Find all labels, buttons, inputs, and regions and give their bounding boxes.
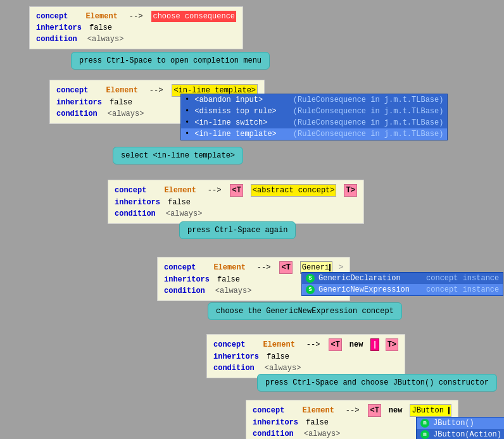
inheritors-value-4: false [217, 274, 240, 285]
item-abandon-type: (RuleConsequence in j.m.t.TLBase) [280, 96, 444, 104]
step6-line1: concept Element --> <T new JButton [253, 404, 451, 417]
genericdecl-type: concept instance [413, 274, 499, 283]
step1-instruction: press Ctrl-Space to open completion menu [71, 52, 270, 70]
dropdown-item-switch[interactable]: • <in-line switch> (RuleConsequence in j… [181, 117, 447, 128]
dropdown-item-genericnew[interactable]: S GenericNewExpression concept instance [302, 284, 503, 295]
condition-value-1: <always> [87, 34, 124, 45]
inheritors-value-2: false [110, 97, 132, 108]
genericdecl-label: GenericDeclaration [318, 274, 401, 283]
step5-code-box: concept Element --> <T new | T> inherito… [206, 334, 405, 378]
t-tag-3: <T [279, 261, 292, 274]
completion-item-jbutton-empty[interactable]: m JButton() [417, 417, 504, 429]
step3-line3: condition <always> [115, 208, 357, 220]
element-keyword-4: Element [213, 262, 245, 273]
t-tag-6: T> [386, 338, 398, 351]
condition-value-5: <always> [265, 362, 301, 374]
t-tag-7: <T [368, 404, 381, 417]
step2-instruction-text: select <in-line template> [121, 151, 235, 160]
genericnew-label: GenericNewExpression [318, 285, 410, 294]
t-tag-5: <T [329, 338, 341, 351]
step5-instruction: press Ctrl-Space and choose JButton() co… [257, 374, 497, 392]
step1-code-box: concept Element --> choose consequence i… [29, 6, 243, 49]
bullet-3: • [185, 118, 189, 127]
inheritors-label-3: inheritors [115, 197, 160, 208]
condition-value-3: <always> [166, 208, 203, 220]
concept-keyword-6: concept [253, 405, 284, 416]
condition-value-6: <always> [304, 428, 341, 439]
arrow-4: --> [257, 262, 271, 273]
step2-dropdown[interactable]: • <abandon input> (RuleConsequence in j.… [180, 94, 448, 140]
page: concept Element --> choose consequence i… [0, 0, 504, 439]
condition-label-3: condition [115, 208, 156, 220]
jbutton-empty-label: JButton() [433, 419, 474, 428]
step3-instruction: press Ctrl-Space again [179, 221, 296, 239]
inheritors-label-5: inheritors [213, 351, 259, 362]
icon-jbutton-empty: m [420, 419, 429, 428]
step5-line2: inheritors false [213, 351, 398, 362]
new-keyword-6: new [389, 405, 403, 416]
icon-genericnew: S [306, 285, 315, 294]
step4-dropdown[interactable]: S GenericDeclaration concept instance S … [301, 272, 503, 296]
step3-line2: inheritors false [115, 197, 357, 208]
jbutton-action-label: JButton(Action) [433, 430, 501, 439]
step1-line3: condition <always> [36, 34, 236, 45]
inheritors-value-1: false [89, 22, 112, 34]
inheritors-label-1: inheritors [36, 22, 82, 34]
element-keyword-6: Element [302, 405, 334, 416]
abstract-concept-tag: <abstract concept> [251, 184, 337, 197]
pipe-cursor: | [370, 338, 379, 351]
condition-label-6: condition [253, 428, 294, 439]
dropdown-item-genericdecl[interactable]: S GenericDeclaration concept instance [302, 273, 503, 284]
completion-item-jbutton-action[interactable]: m JButton(Action) [417, 429, 504, 439]
new-keyword: new [350, 339, 363, 350]
arrow-1: --> [129, 11, 143, 22]
arrow-5: --> [306, 339, 320, 350]
element-keyword-1: Element [85, 11, 117, 22]
t-tag-1: <T [230, 184, 243, 197]
step3-instruction-text: press Ctrl-Space again [187, 226, 287, 235]
step4-instruction: choose the GenericNewExpression concept [208, 302, 402, 320]
arrow-3: --> [208, 185, 222, 196]
condition-value-2: <always> [108, 108, 144, 120]
arrow-6: --> [346, 405, 360, 416]
item-template-type: (RuleConsequence in j.m.t.TLBase) [280, 130, 444, 139]
jbutton-input-field[interactable]: JButton [410, 404, 451, 417]
concept-keyword-5: concept [213, 339, 245, 350]
t-tag-2: T> [344, 184, 356, 197]
consequence-highlight: choose consequence [151, 11, 236, 22]
dropdown-item-template[interactable]: • <in-line template> (RuleConsequence in… [181, 128, 447, 140]
item-switch-label: <in-line switch> [194, 118, 267, 127]
inheritors-label-2: inheritors [56, 97, 102, 108]
input-cursor-4 [329, 264, 331, 271]
step5-line3: condition <always> [213, 362, 398, 374]
inheritors-value-5: false [267, 351, 289, 362]
condition-label-5: condition [213, 362, 255, 374]
step6-completion[interactable]: m JButton() m JButton(Action) [416, 417, 504, 439]
step1-instruction-text: press Ctrl-Space to open completion menu [79, 56, 261, 65]
step3-code-box: concept Element --> <T <abstract concept… [108, 180, 364, 224]
step1-line2: inheritors false [36, 22, 236, 34]
item-dismiss-type: (RuleConsequence in j.m.t.TLBase) [280, 107, 444, 116]
item-switch-type: (RuleConsequence in j.m.t.TLBase) [280, 118, 444, 127]
element-keyword-5: Element [263, 339, 294, 350]
condition-label-4: condition [164, 285, 205, 297]
genericnew-type: concept instance [413, 285, 499, 294]
bullet-2: • [185, 107, 189, 116]
concept-keyword-2: concept [56, 85, 88, 96]
item-template-label: <in-line template> [194, 130, 277, 139]
input-cursor-6 [448, 407, 450, 414]
concept-keyword-4: concept [164, 262, 196, 273]
inheritors-value-3: false [168, 197, 191, 208]
dropdown-item-dismiss[interactable]: • <dismiss top rule> (RuleConsequence in… [181, 106, 447, 117]
arrow-2: --> [149, 85, 163, 96]
dropdown-item-abandon[interactable]: • <abandon input> (RuleConsequence in j.… [181, 94, 447, 106]
step4-instruction-text: choose the GenericNewExpression concept [216, 307, 394, 316]
jbutton-input-text: JButton [412, 406, 443, 415]
condition-value-4: <always> [215, 285, 252, 297]
step5-instruction-text: press Ctrl-Space and choose JButton() co… [265, 378, 489, 387]
icon-jbutton-action: m [420, 430, 429, 439]
step1-line1: concept Element --> choose consequence [36, 11, 236, 22]
step3-line1: concept Element --> <T <abstract concept… [115, 184, 357, 197]
element-keyword-2: Element [106, 85, 137, 96]
condition-label-2: condition [56, 108, 98, 120]
